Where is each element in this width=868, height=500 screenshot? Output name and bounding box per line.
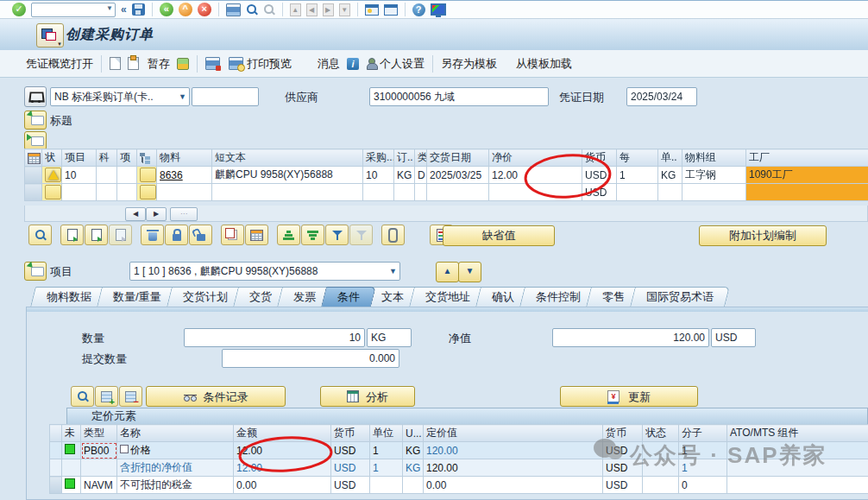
- condition-record-button[interactable]: 条件记录: [146, 386, 286, 407]
- value-cell[interactable]: 0.00: [424, 477, 603, 494]
- status-cell[interactable]: [643, 459, 679, 477]
- grid-settings-icon[interactable]: [25, 149, 42, 167]
- name-cell[interactable]: 含折扣的净价值: [117, 459, 234, 477]
- col-per[interactable]: 单位: [370, 425, 403, 442]
- detail-box-icon[interactable]: [120, 445, 129, 453]
- duplicate-item-button[interactable]: [221, 225, 244, 245]
- delivery-date-cell[interactable]: [427, 184, 489, 201]
- quantity-unit-field[interactable]: KG: [367, 328, 412, 347]
- net-price-cell[interactable]: [489, 184, 582, 201]
- row-selector[interactable]: [50, 442, 62, 459]
- cat-cell[interactable]: [117, 184, 137, 201]
- numerator-cell[interactable]: 1: [679, 459, 727, 477]
- currency-cell[interactable]: USD: [582, 167, 617, 184]
- print-messages-icon[interactable]: [205, 57, 220, 70]
- exit-icon[interactable]: ^: [179, 3, 192, 16]
- help-icon[interactable]: ?: [412, 3, 425, 16]
- currency-cell[interactable]: USD: [331, 442, 370, 459]
- amount-cell[interactable]: 0.00: [234, 477, 331, 494]
- expand-header-button[interactable]: [24, 111, 47, 130]
- paste-item-button[interactable]: [85, 225, 108, 245]
- attachment-button[interactable]: [381, 225, 405, 245]
- next-item-button[interactable]: ▼: [458, 262, 481, 282]
- col-name[interactable]: 名称: [117, 425, 234, 442]
- new-session-icon[interactable]: [365, 4, 379, 16]
- doc-date-field[interactable]: 2025/03/24: [626, 87, 697, 106]
- expand-items-button[interactable]: [24, 131, 47, 150]
- per-unit-cell[interactable]: KG: [658, 167, 682, 184]
- copy-item-button[interactable]: [60, 225, 84, 245]
- col-per[interactable]: 每: [617, 149, 658, 167]
- print-preview-button[interactable]: 打印预览: [247, 56, 292, 72]
- uom-cell[interactable]: KG: [403, 459, 424, 477]
- order-type-combo[interactable]: NB 标准采购订单(卡..: [50, 87, 190, 106]
- plant-cell[interactable]: [746, 184, 868, 201]
- col-dcat[interactable]: 类: [415, 149, 427, 167]
- type-cell[interactable]: NAVM: [81, 477, 117, 494]
- unlock-item-button[interactable]: [189, 225, 212, 245]
- col-ato-mts[interactable]: ATO/MTS 组件: [727, 425, 868, 442]
- status-cell[interactable]: [42, 184, 62, 201]
- per-cell[interactable]: 1: [370, 459, 403, 477]
- col-inactive[interactable]: 未: [62, 425, 81, 442]
- plant-cell[interactable]: 1090工厂: [746, 167, 868, 184]
- value-currency-cell[interactable]: USD: [603, 477, 643, 494]
- save-icon[interactable]: [132, 3, 145, 16]
- col-numerator[interactable]: 分子: [679, 425, 727, 442]
- dcat-cell[interactable]: D: [415, 167, 427, 184]
- numerator-cell[interactable]: 1: [679, 442, 727, 459]
- services-for-object-button[interactable]: [36, 23, 64, 47]
- expand-item-detail-button[interactable]: [24, 262, 47, 281]
- col-currency[interactable]: 货币: [582, 149, 617, 167]
- material-group-cell[interactable]: 工字钢: [682, 167, 746, 184]
- name-cell[interactable]: 不可抵扣的税金: [117, 477, 234, 494]
- col-amount[interactable]: 金额: [234, 425, 331, 442]
- col-material-group[interactable]: 物料组: [682, 149, 746, 167]
- tab-condition-control[interactable]: 条件控制: [519, 287, 597, 307]
- type-cell[interactable]: [81, 459, 117, 477]
- qty-cell[interactable]: [363, 184, 394, 201]
- order-number-field[interactable]: [192, 87, 259, 106]
- sort-descending-button[interactable]: [301, 225, 324, 245]
- condition-detail-button[interactable]: [71, 386, 94, 407]
- col-unit[interactable]: 订..: [394, 149, 415, 167]
- delete-row-button[interactable]: [119, 386, 142, 407]
- value-currency-cell[interactable]: USD: [603, 442, 643, 459]
- sort-ascending-button[interactable]: [277, 225, 300, 245]
- cat-cell[interactable]: [117, 167, 137, 184]
- vendor-field[interactable]: 3100000056 九域: [369, 87, 549, 106]
- col-po-qty[interactable]: 采购...: [363, 149, 394, 167]
- row-selector[interactable]: [50, 477, 62, 494]
- command-field-input[interactable]: [31, 3, 116, 17]
- col-status[interactable]: 状态: [643, 425, 679, 442]
- value-currency-cell[interactable]: USD: [603, 459, 643, 477]
- customize-layout-icon[interactable]: [431, 3, 446, 16]
- col-condition-value[interactable]: 定价值: [424, 425, 603, 442]
- find-icon[interactable]: [246, 3, 258, 16]
- enter-check-icon[interactable]: ✓: [12, 3, 26, 16]
- col-delivery-date[interactable]: 交货日期: [427, 149, 489, 167]
- insert-row-button[interactable]: [95, 386, 118, 407]
- col-acct[interactable]: 科: [97, 149, 117, 167]
- unit-cell[interactable]: KG: [394, 167, 415, 184]
- tab-material-data[interactable]: 物料数据: [30, 287, 108, 307]
- col-status[interactable]: 状: [42, 149, 62, 167]
- inactive-cell[interactable]: [62, 442, 81, 459]
- default-values-button[interactable]: 缺省值: [443, 225, 555, 246]
- currency-cell[interactable]: USD: [331, 477, 370, 494]
- lock-item-button[interactable]: [165, 225, 188, 245]
- delivery-date-cell[interactable]: 2025/03/25: [427, 167, 489, 184]
- value-cell[interactable]: 120.00: [424, 459, 603, 477]
- create-shortcut-icon[interactable]: [384, 4, 398, 16]
- currency-cell[interactable]: USD: [331, 459, 370, 477]
- scroll-right-icon[interactable]: ▶: [146, 207, 167, 221]
- status-cell[interactable]: [643, 442, 679, 459]
- analysis-button[interactable]: 分析: [320, 386, 415, 407]
- numerator-cell[interactable]: 0: [679, 477, 727, 494]
- short-text-cell[interactable]: [212, 184, 363, 201]
- material-link[interactable]: 8636: [160, 169, 183, 181]
- col-net-price[interactable]: 净价: [489, 149, 582, 167]
- hold-icon[interactable]: [177, 58, 189, 70]
- acct-cell[interactable]: [97, 167, 117, 184]
- col-cat[interactable]: 项: [117, 149, 137, 167]
